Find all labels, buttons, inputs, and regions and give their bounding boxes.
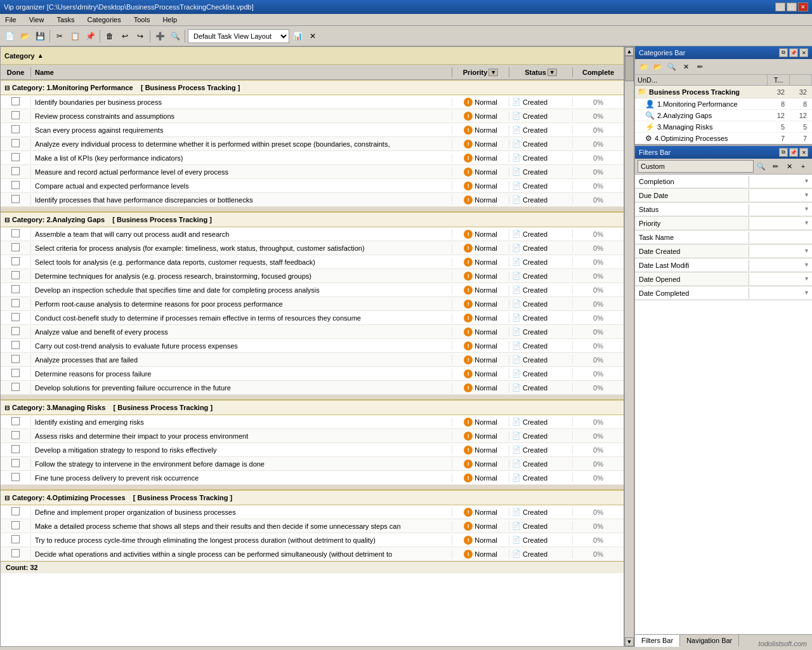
toolbar-open-btn[interactable]: 📂: [18, 29, 32, 43]
filter-dropdown-dateopened[interactable]: [749, 274, 812, 285]
filter-dropdown-status[interactable]: [749, 204, 812, 215]
task-checkbox[interactable]: [11, 369, 20, 377]
menu-tasks[interactable]: Tasks: [54, 15, 77, 24]
task-checkbox[interactable]: [11, 313, 20, 321]
task-checkbox[interactable]: [11, 459, 20, 467]
filter-restore-btn[interactable]: ⧉: [779, 148, 788, 157]
filter-dropdown-datecreated[interactable]: [749, 246, 812, 257]
cat-delete-btn[interactable]: ✕: [679, 60, 692, 73]
task-checkbox[interactable]: [11, 355, 20, 363]
category-row-3[interactable]: ⊟ Category: 3.Managing Risks [ Business …: [1, 400, 624, 415]
tab-filters-bar[interactable]: Filters Bar: [635, 635, 680, 647]
cat-tree-root[interactable]: 📁 Business Process Tracking 32 32: [635, 86, 812, 98]
category-toggle-2[interactable]: ⊟: [4, 216, 10, 223]
minimize-button[interactable]: _: [775, 3, 785, 11]
task-checkbox[interactable]: [11, 125, 20, 133]
cat-open-btn[interactable]: 📂: [652, 60, 664, 73]
filter-add-btn[interactable]: +: [797, 160, 809, 173]
filter-pin-btn[interactable]: 📌: [789, 148, 798, 157]
task-checkbox[interactable]: [11, 271, 20, 279]
toolbar-cut-btn[interactable]: ✂: [53, 29, 67, 43]
task-checkbox[interactable]: [11, 243, 20, 251]
task-checkbox[interactable]: [11, 535, 20, 543]
task-checkbox[interactable]: [11, 445, 20, 453]
toolbar-undo-btn[interactable]: ↩: [118, 29, 132, 43]
task-checkbox[interactable]: [11, 431, 20, 439]
toolbar-layout-btn1[interactable]: 📊: [291, 29, 304, 43]
toolbar-paste-btn[interactable]: 📌: [83, 29, 97, 43]
cat-tree-item-4[interactable]: ⚙ 4.Optimizing Processes 7 7: [635, 133, 812, 144]
filter-close-btn[interactable]: ✕: [799, 148, 808, 157]
cat-tree-item-2[interactable]: 🔍 2.Analyzing Gaps 12 12: [635, 110, 812, 121]
priority-filter-icon[interactable]: ▼: [488, 69, 498, 76]
task-checkbox[interactable]: [11, 327, 20, 335]
filter-dropdown-datelastmod[interactable]: [749, 260, 812, 271]
task-checkbox[interactable]: [11, 341, 20, 349]
toolbar-add-task-btn[interactable]: ➕: [153, 29, 167, 43]
category-row-2[interactable]: ⊟ Category: 2.Analyzing Gaps [ Business …: [1, 212, 624, 227]
cat-zoom-btn[interactable]: 🔍: [665, 60, 678, 73]
task-checkbox[interactable]: [11, 473, 20, 481]
toolbar-layout-btn2[interactable]: ✕: [306, 29, 320, 43]
toolbar-copy-btn[interactable]: 📋: [68, 29, 82, 43]
status-filter-icon[interactable]: ▼: [547, 69, 557, 76]
maximize-button[interactable]: □: [787, 3, 797, 11]
filter-label-datecreated: Date Created: [635, 246, 749, 256]
toolbar-layout-select[interactable]: Default Task View Layout: [188, 29, 289, 43]
toolbar-new-btn[interactable]: 📄: [3, 29, 16, 43]
toolbar-redo-btn[interactable]: ↪: [133, 29, 147, 43]
scroll-thumb[interactable]: [625, 56, 634, 81]
task-checkbox[interactable]: [11, 417, 20, 425]
panel-pin-btn[interactable]: 📌: [789, 48, 798, 57]
close-button[interactable]: ✕: [798, 3, 808, 11]
cat-tree-item-1[interactable]: 👤 1.Monitoring Performance 8 8: [635, 98, 812, 110]
task-checkbox[interactable]: [11, 181, 20, 189]
cat-tree-item-3[interactable]: ⚡ 3.Managing Risks 5 5: [635, 121, 812, 133]
menu-tools[interactable]: Tools: [131, 15, 153, 24]
scroll-up-btn[interactable]: ▲: [625, 47, 634, 56]
panel-restore-btn[interactable]: ⧉: [779, 48, 788, 57]
task-checkbox[interactable]: [11, 111, 20, 119]
filter-dropdown-completion[interactable]: [749, 176, 812, 187]
category-toggle-1[interactable]: ⊟: [4, 84, 10, 91]
scroll-down-btn[interactable]: ▼: [625, 637, 634, 646]
task-checkbox[interactable]: [11, 153, 20, 161]
task-checkbox[interactable]: [11, 229, 20, 237]
cat-edit-btn[interactable]: ✏: [693, 60, 706, 73]
task-checkbox[interactable]: [11, 521, 20, 529]
filter-apply-btn[interactable]: 🔍: [755, 160, 768, 173]
filter-edit-btn[interactable]: ✏: [769, 160, 782, 173]
menu-file[interactable]: File: [3, 15, 19, 24]
task-checkbox[interactable]: [11, 507, 20, 515]
category-row-1[interactable]: ⊟ Category: 1.Monitoring Performance [ B…: [1, 80, 624, 95]
category-toggle-4[interactable]: ⊟: [4, 494, 10, 501]
tab-navigation-bar[interactable]: Navigation Bar: [680, 635, 739, 647]
menu-help[interactable]: Help: [160, 15, 180, 24]
task-checkbox[interactable]: [11, 195, 20, 203]
vertical-scrollbar[interactable]: ▲ ▼: [624, 46, 634, 647]
filter-delete-btn[interactable]: ✕: [783, 160, 796, 173]
task-checkbox[interactable]: [11, 257, 20, 265]
task-checkbox[interactable]: [11, 285, 20, 293]
category-row-4[interactable]: ⊟ Category: 4.Optimizing Processes [ Bus…: [1, 490, 624, 505]
task-checkbox[interactable]: [11, 167, 20, 175]
cat-new-btn[interactable]: 📁: [638, 60, 650, 73]
task-checkbox[interactable]: [11, 299, 20, 307]
category-toggle-3[interactable]: ⊟: [4, 404, 10, 411]
toolbar-filter-btn[interactable]: 🔍: [168, 29, 182, 43]
filter-dropdown-priority[interactable]: [749, 218, 812, 229]
filter-input-taskname[interactable]: [749, 232, 812, 243]
filter-name-input[interactable]: [638, 160, 754, 173]
panel-close-btn[interactable]: ✕: [799, 48, 808, 57]
toolbar-save-btn[interactable]: 💾: [33, 29, 47, 43]
filter-dropdown-datecompleted[interactable]: [749, 288, 812, 299]
menu-view[interactable]: View: [27, 15, 47, 24]
task-checkbox[interactable]: [11, 383, 20, 391]
task-checkbox[interactable]: [11, 549, 20, 557]
toolbar-delete-btn[interactable]: 🗑: [103, 29, 117, 43]
col-header-name[interactable]: Name: [31, 67, 452, 77]
filter-dropdown-duedate[interactable]: [749, 190, 812, 201]
task-checkbox[interactable]: [11, 139, 20, 147]
menu-categories[interactable]: Categories: [85, 15, 124, 24]
task-checkbox[interactable]: [11, 97, 20, 105]
